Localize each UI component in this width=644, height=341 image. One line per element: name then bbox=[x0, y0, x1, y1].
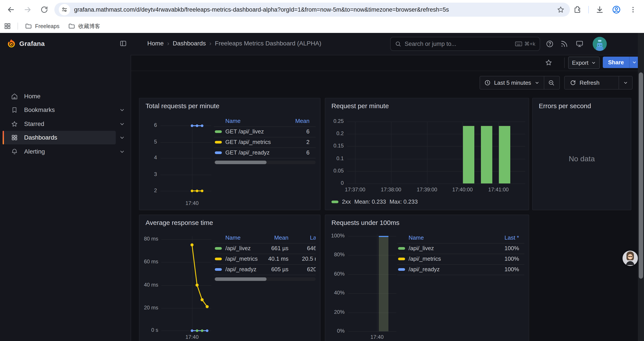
scrollbar-thumb[interactable] bbox=[639, 72, 643, 279]
legend-series-name[interactable]: /api/_readyz bbox=[225, 266, 256, 273]
scrollbar-thumb[interactable] bbox=[215, 277, 266, 281]
sidebar-collapse-icon[interactable] bbox=[119, 40, 127, 47]
legend-scrollbar[interactable] bbox=[214, 161, 316, 164]
profile-icon[interactable] bbox=[608, 0, 625, 19]
panel-title[interactable]: Average response time bbox=[146, 219, 213, 226]
series-color-pill[interactable] bbox=[215, 247, 222, 250]
breadcrumb-dashboards[interactable]: Dashboards bbox=[173, 40, 206, 47]
x-tick: 17:40 bbox=[179, 200, 205, 206]
panel-title[interactable]: Errors per second bbox=[539, 102, 591, 110]
legend-series-name[interactable]: GET /api/_metrics bbox=[225, 139, 271, 146]
bookmark-folder-label: Freeleaps bbox=[35, 23, 60, 30]
sidebar-item-dashboards[interactable]: Dashboards bbox=[0, 131, 131, 144]
share-button[interactable]: Share bbox=[603, 57, 629, 68]
time-range-label: Last 5 minutes bbox=[494, 80, 531, 86]
floating-avatar[interactable] bbox=[622, 251, 638, 266]
legend-series-name[interactable]: /api/_readyz bbox=[408, 266, 440, 273]
breadcrumb-home[interactable]: Home bbox=[147, 40, 164, 47]
back-icon[interactable] bbox=[3, 0, 19, 19]
y-tick: 100% bbox=[325, 233, 344, 239]
x-tick: 17:38:00 bbox=[376, 187, 406, 193]
panel-title[interactable]: Total requests per minute bbox=[146, 102, 220, 110]
sidebar-item-starred[interactable]: Starred bbox=[0, 117, 131, 131]
chevron-down-icon bbox=[591, 60, 596, 65]
series-color-pill[interactable] bbox=[215, 258, 222, 260]
series-color-pill[interactable] bbox=[215, 268, 222, 271]
sidebar-item-label: Alerting bbox=[24, 148, 45, 155]
bookmark-folder-freeleaps[interactable]: Freeleaps bbox=[20, 21, 64, 31]
page-scrollbar[interactable] bbox=[638, 33, 644, 341]
panel-title[interactable]: Request per minute bbox=[332, 102, 389, 110]
legend-mean-value: 2 bbox=[306, 139, 310, 146]
series-color-pill[interactable] bbox=[332, 201, 338, 203]
extensions-icon[interactable] bbox=[569, 0, 586, 19]
download-icon[interactable] bbox=[592, 0, 608, 19]
legend-series-name[interactable]: /api/_livez bbox=[225, 245, 251, 252]
export-button[interactable]: Export bbox=[568, 57, 600, 69]
sidebar-item-home[interactable]: Home bbox=[0, 90, 131, 103]
legend-row: GET /api/_metrics 2 bbox=[214, 137, 316, 148]
forward-icon[interactable] bbox=[19, 0, 36, 19]
series-color-pill[interactable] bbox=[215, 130, 222, 133]
refresh-button[interactable]: Refresh bbox=[565, 76, 618, 89]
y-tick: 0 s bbox=[140, 327, 158, 333]
series-color-pill[interactable] bbox=[398, 247, 405, 250]
legend-series-name[interactable]: GET /api/_livez bbox=[225, 128, 264, 135]
search-input[interactable]: Search or jump to... ⌘+k bbox=[390, 37, 540, 51]
zoom-out-button[interactable] bbox=[544, 76, 558, 89]
breadcrumb-current: Freeleaps Metrics Dashboard (ALPHA) bbox=[215, 40, 321, 47]
legend-header-name[interactable]: Name bbox=[408, 234, 424, 241]
chevron-down-icon[interactable] bbox=[119, 107, 125, 113]
panel-title[interactable]: Requests under 100ms bbox=[332, 219, 400, 226]
user-avatar[interactable] bbox=[593, 37, 607, 51]
browser-toolbar-right bbox=[569, 0, 644, 19]
gridline bbox=[348, 331, 396, 332]
time-range-picker[interactable]: Last 5 minutes bbox=[480, 76, 544, 89]
address-bar[interactable]: grafana.mathmast.com/d/deytv4rwavabkb/fr… bbox=[54, 3, 570, 17]
series-color-pill[interactable] bbox=[215, 141, 222, 144]
y-tick: 0.1 bbox=[325, 155, 344, 162]
series-color-pill[interactable] bbox=[215, 151, 222, 154]
apps-grid-icon[interactable] bbox=[0, 22, 15, 30]
bookmark-star-icon[interactable] bbox=[557, 6, 565, 14]
reload-icon[interactable] bbox=[36, 0, 52, 19]
sidebar-item-bookmarks[interactable]: Bookmarks bbox=[0, 103, 131, 117]
legend-header-last[interactable]: Las bbox=[310, 234, 316, 241]
site-settings-icon[interactable] bbox=[59, 4, 70, 15]
legend-header-name[interactable]: Name bbox=[225, 118, 240, 124]
y-tick: 3 bbox=[140, 171, 157, 177]
chevron-down-icon[interactable] bbox=[119, 121, 125, 127]
favorite-star-icon[interactable] bbox=[545, 59, 552, 66]
grafana-logo[interactable] bbox=[6, 39, 17, 49]
series-color-pill[interactable] bbox=[398, 258, 405, 260]
bookmark-folder-blogs[interactable]: 收藏博客 bbox=[64, 21, 104, 32]
y-tick: 2 bbox=[140, 187, 157, 194]
monitor-icon[interactable] bbox=[576, 40, 584, 48]
legend-series-name[interactable]: GET /api/_readyz bbox=[225, 149, 270, 156]
legend-series-name[interactable]: /api/_metrics bbox=[408, 255, 441, 262]
legend-scrollbar[interactable] bbox=[214, 277, 316, 281]
legend-series-name[interactable]: /api/_livez bbox=[408, 245, 434, 252]
sidebar-item-alerting[interactable]: Alerting bbox=[0, 145, 131, 158]
browser-menu-icon[interactable] bbox=[625, 0, 641, 19]
url-text[interactable]: grafana.mathmast.com/d/deytv4rwavabkb/fr… bbox=[74, 6, 557, 13]
legend-header-mean[interactable]: Mean bbox=[295, 118, 310, 124]
scrollbar-thumb[interactable] bbox=[215, 161, 266, 164]
refresh-interval-dropdown[interactable] bbox=[619, 76, 632, 89]
legend-last-value: 646 bbox=[307, 245, 316, 252]
legend-header-mean[interactable]: Mean bbox=[274, 234, 288, 241]
x-tick: 17:37:00 bbox=[340, 187, 370, 193]
help-icon[interactable] bbox=[546, 40, 554, 48]
y-tick: 40% bbox=[325, 290, 344, 296]
series-color-pill[interactable] bbox=[398, 268, 405, 271]
x-tick: 17:40 bbox=[179, 334, 205, 340]
export-label: Export bbox=[572, 60, 588, 66]
chevron-down-icon[interactable] bbox=[119, 149, 125, 154]
legend-header-last[interactable]: Last * bbox=[504, 234, 519, 241]
chevron-down-icon[interactable] bbox=[119, 135, 125, 140]
legend-series-name[interactable]: /api/_metrics bbox=[225, 255, 258, 262]
y-tick: 20 ms bbox=[140, 304, 158, 311]
legend-series-name[interactable]: 2xx bbox=[342, 198, 351, 205]
legend-header-name[interactable]: Name bbox=[225, 234, 240, 241]
news-rss-icon[interactable] bbox=[560, 40, 568, 48]
